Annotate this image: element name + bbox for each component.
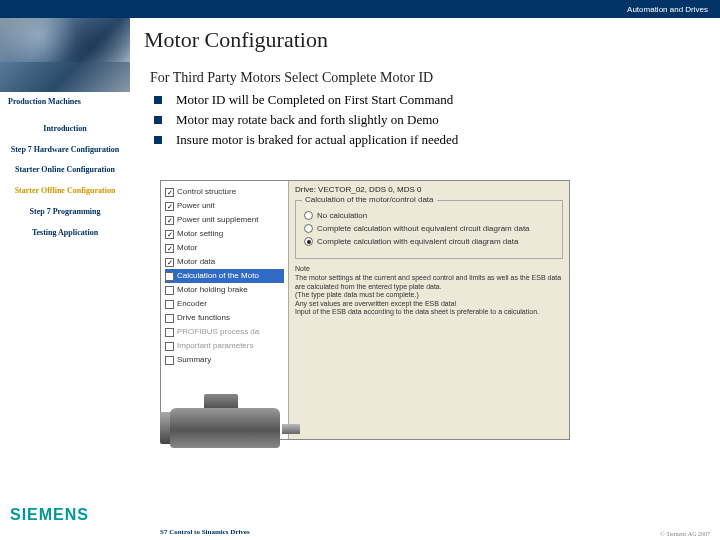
checkbox-icon[interactable] <box>165 188 174 197</box>
radio-label: Complete calculation without equivalent … <box>317 224 530 233</box>
radio-row[interactable]: Complete calculation with equivalent cir… <box>304 237 554 246</box>
note-line: The motor settings at the current and sp… <box>295 274 563 291</box>
tree-item-label: Important parameters <box>177 339 253 353</box>
dialog-drive-label: Drive: VECTOR_02, DDS 0, MDS 0 <box>295 185 563 194</box>
checkbox-icon[interactable] <box>165 258 174 267</box>
tree-item[interactable]: Calculation of the Moto <box>165 269 284 283</box>
tree-item[interactable]: PROFIBUS process da <box>165 325 284 339</box>
footer-copyright: © Siemens AG 2007 <box>660 531 710 537</box>
tree-item-label: Drive functions <box>177 311 230 325</box>
tree-item-label: Motor setting <box>177 227 223 241</box>
bullet-list: Motor ID will be Completed on First Star… <box>154 92 710 148</box>
footer-text: S7 Control to Sinamics Drives <box>160 528 250 536</box>
note-lines: The motor settings at the current and sp… <box>295 274 563 316</box>
radio-icon[interactable] <box>304 224 313 233</box>
bullet-row: Insure motor is braked for actual applic… <box>154 132 710 148</box>
tree-item[interactable]: Power unit supplement <box>165 213 284 227</box>
bullet-text: Motor may rotate back and forth slightly… <box>176 112 439 128</box>
footer: S7 Control to Sinamics Drives © Siemens … <box>0 520 720 540</box>
tree-item-label: Summary <box>177 353 211 367</box>
sidebar: Production Machines IntroductionStep 7 H… <box>0 62 130 520</box>
tree-item-label: Motor data <box>177 255 215 269</box>
radio-icon[interactable] <box>304 211 313 220</box>
radio-row[interactable]: No calculation <box>304 211 554 220</box>
sidebar-item[interactable]: Step 7 Hardware Configuration <box>4 146 126 155</box>
tree-item[interactable]: Motor setting <box>165 227 284 241</box>
tree-item-label: Encoder <box>177 297 207 311</box>
motor-image <box>160 388 300 458</box>
bullet-text: Motor ID will be Completed on First Star… <box>176 92 453 108</box>
bullet-row: Motor may rotate back and forth slightly… <box>154 112 710 128</box>
bullet-text: Insure motor is braked for actual applic… <box>176 132 458 148</box>
top-bar: Automation and Drives <box>0 0 720 18</box>
tree-item[interactable]: Power unit <box>165 199 284 213</box>
sidebar-app-title: Production Machines <box>0 92 130 119</box>
tree-item[interactable]: Encoder <box>165 297 284 311</box>
note-block: Note The motor settings at the current a… <box>295 265 563 316</box>
radio-group: Calculation of the motor/control data No… <box>295 200 563 259</box>
dialog-right: Drive: VECTOR_02, DDS 0, MDS 0 Calculati… <box>289 181 569 439</box>
tree-item[interactable]: Important parameters <box>165 339 284 353</box>
group-legend: Calculation of the motor/control data <box>302 195 437 204</box>
sidebar-image <box>0 62 130 92</box>
note-line: Input of the ESB data according to the d… <box>295 308 563 316</box>
checkbox-icon[interactable] <box>165 286 174 295</box>
tree-item-label: PROFIBUS process da <box>177 325 259 339</box>
sidebar-item[interactable]: Introduction <box>4 125 126 134</box>
tree-item[interactable]: Summary <box>165 353 284 367</box>
sidebar-item[interactable]: Starter Online Configuration <box>4 166 126 175</box>
tree-item-label: Control structure <box>177 185 236 199</box>
checkbox-icon[interactable] <box>165 216 174 225</box>
checkbox-icon[interactable] <box>165 300 174 309</box>
page-title: Motor Configuration <box>144 27 328 53</box>
sidebar-items: IntroductionStep 7 Hardware Configuratio… <box>0 119 130 244</box>
tree-item[interactable]: Drive functions <box>165 311 284 325</box>
tree-item[interactable]: Motor holding brake <box>165 283 284 297</box>
checkbox-icon[interactable] <box>165 314 174 323</box>
tree-item[interactable]: Motor data <box>165 255 284 269</box>
tree-item[interactable]: Control structure <box>165 185 284 199</box>
header-title-wrap: Motor Configuration <box>130 18 720 62</box>
radio-label: Complete calculation with equivalent cir… <box>317 237 518 246</box>
sidebar-item[interactable]: Step 7 Programming <box>4 208 126 217</box>
tree-item-label: Power unit supplement <box>177 213 258 227</box>
checkbox-icon[interactable] <box>165 328 174 337</box>
tree-item-label: Calculation of the Moto <box>177 269 259 283</box>
checkbox-icon[interactable] <box>165 202 174 211</box>
radio-icon[interactable] <box>304 237 313 246</box>
radio-row[interactable]: Complete calculation without equivalent … <box>304 224 554 233</box>
header-image <box>0 18 130 62</box>
bullet-icon <box>154 116 162 124</box>
content-subtitle: For Third Party Motors Select Complete M… <box>150 70 710 86</box>
tree-item-label: Power unit <box>177 199 215 213</box>
bullet-row: Motor ID will be Completed on First Star… <box>154 92 710 108</box>
note-line: Any set values are overwritten except th… <box>295 300 563 308</box>
tree-item-label: Motor <box>177 241 197 255</box>
tree-item[interactable]: Motor <box>165 241 284 255</box>
checkbox-icon[interactable] <box>165 230 174 239</box>
checkbox-icon[interactable] <box>165 356 174 365</box>
bullet-icon <box>154 136 162 144</box>
note-line: (The type plate data must be complete.) <box>295 291 563 299</box>
radio-label: No calculation <box>317 211 367 220</box>
radio-list: No calculationComplete calculation witho… <box>304 211 554 246</box>
topbar-label: Automation and Drives <box>627 5 708 14</box>
tree-item-label: Motor holding brake <box>177 283 248 297</box>
sidebar-item[interactable]: Testing Application <box>4 229 126 238</box>
checkbox-icon[interactable] <box>165 244 174 253</box>
bullet-icon <box>154 96 162 104</box>
note-heading: Note <box>295 265 563 273</box>
header-row: Motor Configuration <box>0 18 720 62</box>
checkbox-icon[interactable] <box>165 272 174 281</box>
checkbox-icon[interactable] <box>165 342 174 351</box>
sidebar-item[interactable]: Starter Offline Configuration <box>4 187 126 196</box>
